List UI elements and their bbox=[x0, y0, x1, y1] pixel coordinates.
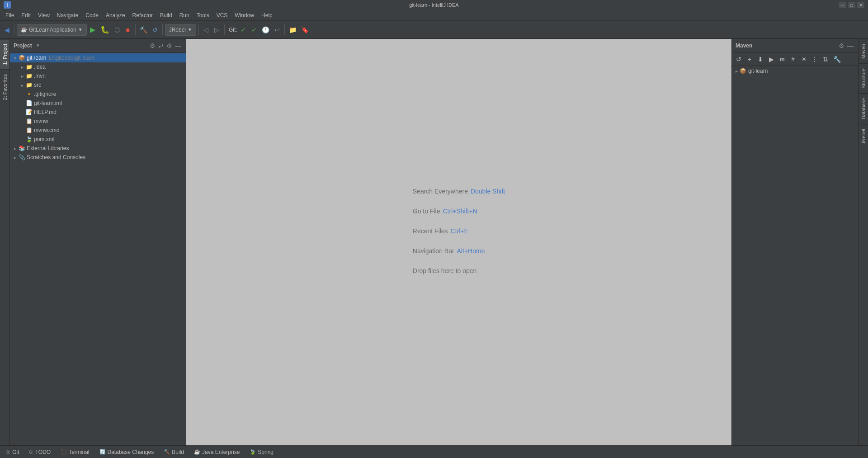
git-check1-button[interactable]: ✓ bbox=[238, 24, 248, 36]
run-with-coverage-button[interactable]: ⬡ bbox=[112, 24, 122, 36]
tree-idea-label: .idea bbox=[34, 64, 46, 70]
tree-mvnw-icon: 📋 bbox=[25, 118, 33, 125]
stop-button[interactable]: ■ bbox=[123, 24, 133, 36]
menu-vcs[interactable]: VCS bbox=[213, 11, 231, 19]
bottom-tab-terminal-label: Terminal bbox=[69, 449, 89, 455]
menu-help[interactable]: Help bbox=[258, 11, 276, 19]
sidebar-tab-favorites[interactable]: 2: Favorites bbox=[0, 69, 9, 104]
maven-download-button[interactable]: ⬇ bbox=[755, 53, 765, 66]
tree-item-extlibs[interactable]: ▸ 📚 External Libraries bbox=[10, 144, 186, 153]
git-history-button[interactable]: 🕐 bbox=[260, 24, 271, 36]
redo-navigate-button[interactable]: ▷ bbox=[212, 24, 222, 36]
maven-panel-header: Maven ⚙ — bbox=[732, 39, 858, 52]
menu-analyze[interactable]: Analyze bbox=[102, 11, 129, 19]
menu-code[interactable]: Code bbox=[82, 11, 102, 19]
maven-toggle-button[interactable]: ☀ bbox=[799, 53, 809, 66]
hint-search-everywhere: Search Everywhere Double Shift bbox=[413, 188, 505, 195]
maven-wrench-button[interactable]: 🔧 bbox=[831, 53, 843, 66]
tree-item-gitignore[interactable]: 🔸 .gitignore bbox=[10, 90, 186, 99]
run-config-label: GitLearnApplication bbox=[29, 27, 76, 33]
maven-close-button[interactable]: — bbox=[846, 41, 854, 50]
debug-button[interactable]: 🐛 bbox=[99, 24, 111, 36]
bottom-tab-java-enterprise[interactable]: ☕ Java Enterprise bbox=[189, 448, 244, 456]
bottom-tab-db-changes[interactable]: 🔄 Database Changes bbox=[95, 448, 159, 456]
jrebel-selector[interactable]: JRebel ▼ bbox=[165, 24, 196, 36]
run-config-dropdown-icon: ▼ bbox=[78, 27, 83, 32]
hint-recent-files: Recent Files Ctrl+E bbox=[413, 227, 505, 235]
sidebar-tab-maven[interactable]: Maven bbox=[859, 39, 868, 63]
sep4 bbox=[198, 24, 199, 35]
minimize-button[interactable]: ─ bbox=[839, 2, 846, 8]
run-config-selector[interactable]: ☕ GitLearnApplication ▼ bbox=[17, 24, 87, 36]
main-toolbar: ◀ ☕ GitLearnApplication ▼ ▶ 🐛 ⬡ ■ 🔨 ↺ JR… bbox=[0, 21, 868, 39]
tree-item-src[interactable]: ▸ 📁 src bbox=[10, 80, 186, 90]
tree-item-helpmd[interactable]: 📝 HELP.md bbox=[10, 108, 186, 117]
title-bar: I git-learn - IntelliJ IDEA ─ □ ✕ bbox=[0, 0, 868, 10]
bottom-tab-terminal[interactable]: ⬛ Terminal bbox=[56, 448, 94, 456]
tree-item-scratches[interactable]: ▸ 📎 Scratches and Consoles bbox=[10, 153, 186, 162]
menu-view[interactable]: View bbox=[34, 11, 53, 19]
menu-tools[interactable]: Tools bbox=[193, 11, 213, 19]
run-button[interactable]: ▶ bbox=[88, 24, 98, 36]
back-button[interactable]: ◀ bbox=[2, 24, 12, 36]
bottom-tab-build[interactable]: 🔨 Build bbox=[159, 448, 189, 456]
project-title: Project bbox=[14, 42, 32, 49]
sidebar-tab-database[interactable]: Database bbox=[859, 93, 868, 124]
bottom-tab-spring[interactable]: 🍃 Spring bbox=[245, 448, 278, 456]
maven-deps-button[interactable]: # bbox=[788, 53, 798, 66]
menu-navigate[interactable]: Navigate bbox=[53, 11, 82, 19]
menu-refactor[interactable]: Refactor bbox=[129, 11, 156, 19]
bottom-tab-db-icon: 🔄 bbox=[99, 449, 106, 455]
git-check2-button[interactable]: ✓ bbox=[249, 24, 259, 36]
tree-scratches-label: Scratches and Consoles bbox=[27, 154, 85, 161]
sidebar-tab-project[interactable]: 1: Project bbox=[0, 39, 9, 69]
maven-root-item[interactable]: ▸ 📦 git-learn bbox=[732, 67, 858, 75]
undo-navigate-button[interactable]: ◁ bbox=[201, 24, 211, 36]
sidebar-tab-jrebel[interactable]: JRebel bbox=[859, 124, 868, 149]
menu-file[interactable]: File bbox=[2, 11, 18, 19]
tree-root-label: git-learn bbox=[27, 55, 46, 61]
maven-sort-button[interactable]: ⇅ bbox=[821, 53, 830, 66]
bottom-tab-git[interactable]: 9: Git bbox=[2, 448, 24, 456]
menu-run[interactable]: Run bbox=[176, 11, 193, 19]
close-button[interactable]: ✕ bbox=[857, 2, 864, 8]
tree-extlibs-label: External Libraries bbox=[27, 145, 69, 151]
menu-window[interactable]: Window bbox=[231, 11, 258, 19]
tree-root[interactable]: ▾ 📦 git-learn D:\gitcode\git-learn bbox=[10, 53, 186, 62]
project-gear-button[interactable]: ⚙ bbox=[165, 41, 173, 50]
tree-item-mvnwcmd[interactable]: 📋 mvnw.cmd bbox=[10, 126, 186, 135]
maven-cols-button[interactable]: ⋮ bbox=[810, 53, 820, 66]
hint-nav-text: Navigation Bar bbox=[413, 247, 454, 255]
vcs-folder-button[interactable]: 📁 bbox=[287, 24, 298, 36]
maven-tree: ▸ 📦 git-learn bbox=[732, 66, 858, 445]
menu-edit[interactable]: Edit bbox=[18, 11, 34, 19]
window-controls: ─ □ ✕ bbox=[839, 2, 864, 8]
bottom-tab-je-icon: ☕ bbox=[194, 449, 200, 455]
rebuild-button[interactable]: ↺ bbox=[150, 24, 160, 36]
maven-title: Maven bbox=[736, 42, 752, 49]
hint-recent-shortcut: Ctrl+E bbox=[451, 227, 468, 235]
tree-item-pomxml[interactable]: 🍃 pom.xml bbox=[10, 135, 186, 144]
bottom-tab-todo[interactable]: 6: TODO bbox=[25, 448, 56, 456]
maximize-button[interactable]: □ bbox=[848, 2, 855, 8]
sidebar-tab-structure[interactable]: Structure bbox=[859, 63, 868, 93]
maven-refresh-button[interactable]: ↺ bbox=[734, 53, 744, 66]
project-settings-button[interactable]: ⚙ bbox=[149, 41, 156, 50]
maven-run-button[interactable]: ▶ bbox=[766, 53, 776, 66]
tree-item-iml[interactable]: 📄 git-learn.iml bbox=[10, 99, 186, 108]
tree-iml-icon: 📄 bbox=[25, 99, 33, 107]
build-button[interactable]: 🔨 bbox=[138, 24, 149, 36]
window-title: git-learn - IntelliJ IDEA bbox=[409, 2, 458, 8]
project-sync-button[interactable]: ⇄ bbox=[157, 41, 165, 50]
bookmark-button[interactable]: 🔖 bbox=[299, 24, 311, 36]
tree-src-icon: 📁 bbox=[25, 81, 33, 89]
tree-item-idea[interactable]: ▸ 📁 .idea bbox=[10, 62, 186, 71]
tree-item-mvnw[interactable]: 📋 mvnw bbox=[10, 117, 186, 126]
maven-add-button[interactable]: + bbox=[745, 53, 755, 66]
project-close-button[interactable]: — bbox=[174, 41, 182, 50]
git-rollback-button[interactable]: ↩ bbox=[272, 24, 282, 36]
menu-build[interactable]: Build bbox=[156, 11, 176, 19]
maven-settings-button[interactable]: ⚙ bbox=[838, 41, 845, 50]
tree-item-mvn[interactable]: ▸ 📁 .mvn bbox=[10, 71, 186, 80]
maven-m-button[interactable]: m bbox=[777, 53, 787, 66]
